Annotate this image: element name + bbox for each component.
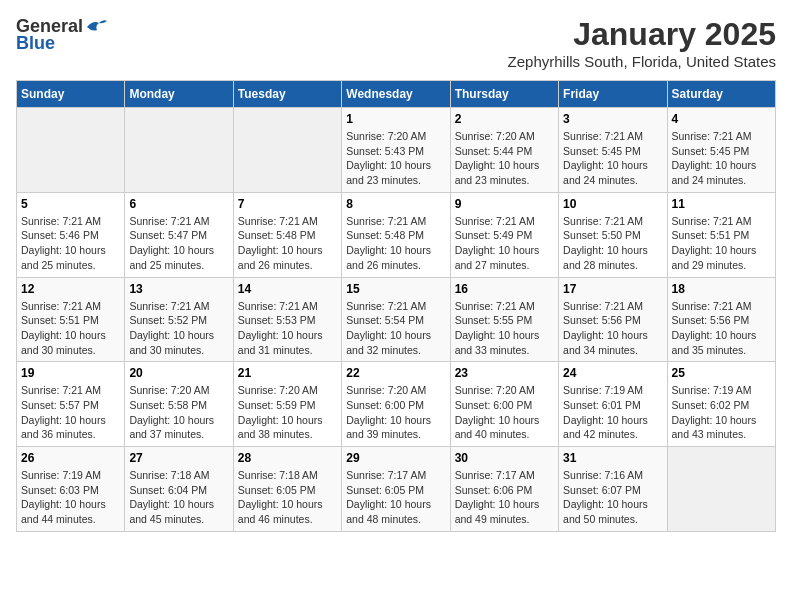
day-number: 18 bbox=[672, 282, 771, 296]
header-tuesday: Tuesday bbox=[233, 81, 341, 108]
day-info: Sunrise: 7:17 AMSunset: 6:06 PMDaylight:… bbox=[455, 468, 554, 527]
day-info: Sunrise: 7:20 AMSunset: 5:44 PMDaylight:… bbox=[455, 129, 554, 188]
day-info: Sunrise: 7:18 AMSunset: 6:04 PMDaylight:… bbox=[129, 468, 228, 527]
header-saturday: Saturday bbox=[667, 81, 775, 108]
calendar-cell: 12Sunrise: 7:21 AMSunset: 5:51 PMDayligh… bbox=[17, 277, 125, 362]
day-number: 1 bbox=[346, 112, 445, 126]
calendar-cell: 1Sunrise: 7:20 AMSunset: 5:43 PMDaylight… bbox=[342, 108, 450, 193]
calendar-cell: 17Sunrise: 7:21 AMSunset: 5:56 PMDayligh… bbox=[559, 277, 667, 362]
calendar-cell: 15Sunrise: 7:21 AMSunset: 5:54 PMDayligh… bbox=[342, 277, 450, 362]
day-info: Sunrise: 7:21 AMSunset: 5:51 PMDaylight:… bbox=[21, 299, 120, 358]
day-info: Sunrise: 7:19 AMSunset: 6:03 PMDaylight:… bbox=[21, 468, 120, 527]
header-sunday: Sunday bbox=[17, 81, 125, 108]
day-info: Sunrise: 7:19 AMSunset: 6:02 PMDaylight:… bbox=[672, 383, 771, 442]
day-number: 31 bbox=[563, 451, 662, 465]
calendar-title: January 2025 bbox=[508, 16, 776, 53]
day-number: 7 bbox=[238, 197, 337, 211]
calendar-table: Sunday Monday Tuesday Wednesday Thursday… bbox=[16, 80, 776, 532]
calendar-cell: 13Sunrise: 7:21 AMSunset: 5:52 PMDayligh… bbox=[125, 277, 233, 362]
day-number: 2 bbox=[455, 112, 554, 126]
calendar-cell: 22Sunrise: 7:20 AMSunset: 6:00 PMDayligh… bbox=[342, 362, 450, 447]
day-info: Sunrise: 7:21 AMSunset: 5:50 PMDaylight:… bbox=[563, 214, 662, 273]
day-number: 11 bbox=[672, 197, 771, 211]
calendar-cell bbox=[667, 447, 775, 532]
day-number: 10 bbox=[563, 197, 662, 211]
day-number: 25 bbox=[672, 366, 771, 380]
day-number: 8 bbox=[346, 197, 445, 211]
day-number: 14 bbox=[238, 282, 337, 296]
calendar-cell: 24Sunrise: 7:19 AMSunset: 6:01 PMDayligh… bbox=[559, 362, 667, 447]
calendar-cell: 29Sunrise: 7:17 AMSunset: 6:05 PMDayligh… bbox=[342, 447, 450, 532]
day-number: 19 bbox=[21, 366, 120, 380]
day-info: Sunrise: 7:21 AMSunset: 5:48 PMDaylight:… bbox=[346, 214, 445, 273]
day-info: Sunrise: 7:21 AMSunset: 5:46 PMDaylight:… bbox=[21, 214, 120, 273]
calendar-cell: 25Sunrise: 7:19 AMSunset: 6:02 PMDayligh… bbox=[667, 362, 775, 447]
calendar-cell: 20Sunrise: 7:20 AMSunset: 5:58 PMDayligh… bbox=[125, 362, 233, 447]
day-info: Sunrise: 7:21 AMSunset: 5:53 PMDaylight:… bbox=[238, 299, 337, 358]
calendar-cell: 2Sunrise: 7:20 AMSunset: 5:44 PMDaylight… bbox=[450, 108, 558, 193]
day-info: Sunrise: 7:18 AMSunset: 6:05 PMDaylight:… bbox=[238, 468, 337, 527]
calendar-cell: 28Sunrise: 7:18 AMSunset: 6:05 PMDayligh… bbox=[233, 447, 341, 532]
day-number: 3 bbox=[563, 112, 662, 126]
day-info: Sunrise: 7:21 AMSunset: 5:45 PMDaylight:… bbox=[563, 129, 662, 188]
calendar-cell bbox=[233, 108, 341, 193]
day-number: 16 bbox=[455, 282, 554, 296]
day-info: Sunrise: 7:21 AMSunset: 5:55 PMDaylight:… bbox=[455, 299, 554, 358]
calendar-cell: 14Sunrise: 7:21 AMSunset: 5:53 PMDayligh… bbox=[233, 277, 341, 362]
day-number: 15 bbox=[346, 282, 445, 296]
day-info: Sunrise: 7:21 AMSunset: 5:56 PMDaylight:… bbox=[672, 299, 771, 358]
day-info: Sunrise: 7:21 AMSunset: 5:57 PMDaylight:… bbox=[21, 383, 120, 442]
calendar-week-5: 26Sunrise: 7:19 AMSunset: 6:03 PMDayligh… bbox=[17, 447, 776, 532]
day-number: 4 bbox=[672, 112, 771, 126]
calendar-cell: 30Sunrise: 7:17 AMSunset: 6:06 PMDayligh… bbox=[450, 447, 558, 532]
day-number: 21 bbox=[238, 366, 337, 380]
day-info: Sunrise: 7:19 AMSunset: 6:01 PMDaylight:… bbox=[563, 383, 662, 442]
header-wednesday: Wednesday bbox=[342, 81, 450, 108]
day-info: Sunrise: 7:21 AMSunset: 5:48 PMDaylight:… bbox=[238, 214, 337, 273]
day-number: 17 bbox=[563, 282, 662, 296]
day-info: Sunrise: 7:21 AMSunset: 5:56 PMDaylight:… bbox=[563, 299, 662, 358]
header-thursday: Thursday bbox=[450, 81, 558, 108]
calendar-cell: 26Sunrise: 7:19 AMSunset: 6:03 PMDayligh… bbox=[17, 447, 125, 532]
day-number: 5 bbox=[21, 197, 120, 211]
calendar-cell: 21Sunrise: 7:20 AMSunset: 5:59 PMDayligh… bbox=[233, 362, 341, 447]
calendar-cell bbox=[125, 108, 233, 193]
calendar-cell: 18Sunrise: 7:21 AMSunset: 5:56 PMDayligh… bbox=[667, 277, 775, 362]
calendar-subtitle: Zephyrhills South, Florida, United State… bbox=[508, 53, 776, 70]
day-info: Sunrise: 7:20 AMSunset: 5:43 PMDaylight:… bbox=[346, 129, 445, 188]
calendar-cell: 16Sunrise: 7:21 AMSunset: 5:55 PMDayligh… bbox=[450, 277, 558, 362]
calendar-cell bbox=[17, 108, 125, 193]
day-number: 29 bbox=[346, 451, 445, 465]
day-number: 9 bbox=[455, 197, 554, 211]
day-info: Sunrise: 7:21 AMSunset: 5:47 PMDaylight:… bbox=[129, 214, 228, 273]
page-header: General Blue January 2025 Zephyrhills So… bbox=[16, 16, 776, 70]
day-number: 22 bbox=[346, 366, 445, 380]
header-friday: Friday bbox=[559, 81, 667, 108]
day-info: Sunrise: 7:21 AMSunset: 5:51 PMDaylight:… bbox=[672, 214, 771, 273]
calendar-cell: 3Sunrise: 7:21 AMSunset: 5:45 PMDaylight… bbox=[559, 108, 667, 193]
calendar-cell: 5Sunrise: 7:21 AMSunset: 5:46 PMDaylight… bbox=[17, 192, 125, 277]
day-info: Sunrise: 7:21 AMSunset: 5:45 PMDaylight:… bbox=[672, 129, 771, 188]
logo-bird-icon bbox=[85, 18, 107, 36]
day-info: Sunrise: 7:21 AMSunset: 5:49 PMDaylight:… bbox=[455, 214, 554, 273]
calendar-week-2: 5Sunrise: 7:21 AMSunset: 5:46 PMDaylight… bbox=[17, 192, 776, 277]
day-number: 24 bbox=[563, 366, 662, 380]
day-info: Sunrise: 7:17 AMSunset: 6:05 PMDaylight:… bbox=[346, 468, 445, 527]
day-number: 27 bbox=[129, 451, 228, 465]
calendar-week-4: 19Sunrise: 7:21 AMSunset: 5:57 PMDayligh… bbox=[17, 362, 776, 447]
calendar-cell: 8Sunrise: 7:21 AMSunset: 5:48 PMDaylight… bbox=[342, 192, 450, 277]
title-block: January 2025 Zephyrhills South, Florida,… bbox=[508, 16, 776, 70]
day-number: 20 bbox=[129, 366, 228, 380]
calendar-cell: 31Sunrise: 7:16 AMSunset: 6:07 PMDayligh… bbox=[559, 447, 667, 532]
day-info: Sunrise: 7:21 AMSunset: 5:54 PMDaylight:… bbox=[346, 299, 445, 358]
day-number: 6 bbox=[129, 197, 228, 211]
header-row: Sunday Monday Tuesday Wednesday Thursday… bbox=[17, 81, 776, 108]
day-info: Sunrise: 7:20 AMSunset: 6:00 PMDaylight:… bbox=[346, 383, 445, 442]
day-info: Sunrise: 7:20 AMSunset: 6:00 PMDaylight:… bbox=[455, 383, 554, 442]
day-number: 13 bbox=[129, 282, 228, 296]
calendar-cell: 4Sunrise: 7:21 AMSunset: 5:45 PMDaylight… bbox=[667, 108, 775, 193]
day-info: Sunrise: 7:16 AMSunset: 6:07 PMDaylight:… bbox=[563, 468, 662, 527]
day-info: Sunrise: 7:20 AMSunset: 5:58 PMDaylight:… bbox=[129, 383, 228, 442]
header-monday: Monday bbox=[125, 81, 233, 108]
logo-blue-text: Blue bbox=[16, 33, 55, 54]
